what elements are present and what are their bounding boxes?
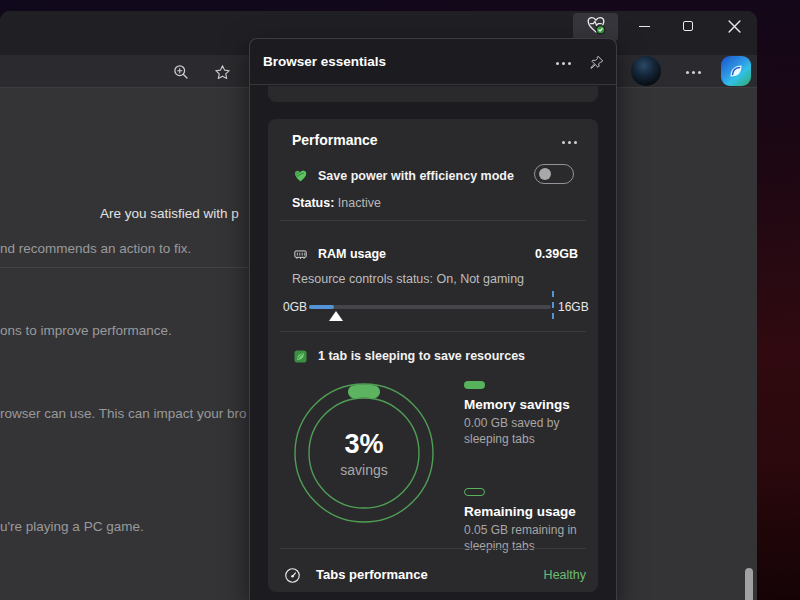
divider (280, 548, 586, 549)
magnifier-plus-icon (172, 63, 190, 81)
page-line-improve: ons to improve performance. (0, 323, 172, 338)
resource-controls-status: Resource controls status: On, Not gaming (292, 272, 524, 286)
tabs-performance-status: Healthy (544, 568, 586, 582)
remaining-usage-desc: 0.05 GB remaining in sleeping tabs (464, 522, 592, 554)
ram-usage-value: 0.39GB (535, 247, 578, 261)
more-icon (686, 71, 701, 74)
performance-more-button[interactable] (556, 130, 582, 154)
divider (280, 220, 586, 221)
ram-usage-label: RAM usage (318, 247, 386, 261)
ram-range-max: 16GB (558, 300, 589, 314)
page-line-recommends: nd recommends an action to fix. (0, 241, 191, 256)
zoom-button[interactable] (170, 61, 192, 83)
donut-center-labels: 3% savings (289, 378, 439, 528)
copilot-button[interactable] (721, 56, 751, 86)
efficiency-mode-toggle[interactable] (534, 164, 574, 184)
speedometer-icon (282, 565, 302, 585)
previous-card-partial (268, 86, 598, 102)
ram-slider-marker[interactable] (329, 311, 343, 321)
memory-savings-desc-line2: sleeping tabs (464, 432, 535, 446)
ram-range-min: 0GB (283, 300, 307, 314)
memory-savings-swatch (464, 381, 485, 389)
minimize-button[interactable] (629, 12, 659, 40)
status-value: Inactive (338, 196, 381, 210)
maximize-button[interactable] (673, 12, 703, 40)
divider (280, 331, 586, 332)
copilot-icon (721, 56, 751, 86)
performance-card: Performance Save power with efficiency m… (268, 119, 598, 592)
ram-chip-icon (292, 246, 309, 263)
minimize-icon (639, 26, 650, 27)
pin-button[interactable] (583, 50, 609, 74)
efficiency-mode-label: Save power with efficiency mode (318, 169, 514, 183)
page-line-impact: rowser can use. This can impact your bro (0, 406, 247, 421)
donut-percent: 3% (344, 429, 383, 459)
memory-savings-title: Memory savings (464, 397, 592, 412)
remaining-usage-swatch (464, 488, 485, 496)
savings-donut-chart: 3% savings (289, 378, 439, 528)
favorites-button[interactable] (211, 61, 233, 83)
memory-savings-desc-line1: 0.00 GB saved by (464, 416, 559, 430)
toggle-knob (539, 168, 551, 180)
tabs-performance-label: Tabs performance (316, 567, 428, 582)
sleeping-tabs-heading: 1 tab is sleeping to save resources (318, 349, 525, 363)
maximize-icon (683, 21, 693, 31)
close-button[interactable] (719, 12, 749, 40)
panel-more-button[interactable] (550, 51, 576, 75)
status-label: Status: (292, 196, 334, 210)
page-line-game: u're playing a PC game. (0, 519, 144, 534)
remaining-usage-title: Remaining usage (464, 504, 592, 519)
donut-legend: Memory savings 0.00 GB saved by sleeping… (464, 381, 592, 554)
browser-essentials-button[interactable] (573, 13, 618, 41)
page-scrollbar-thumb[interactable] (745, 568, 753, 600)
browser-essentials-panel: Browser essentials Performance Save powe… (249, 38, 617, 600)
performance-heading: Performance (292, 132, 378, 148)
status-line: Status: Inactive (292, 196, 381, 210)
more-icon (556, 62, 571, 65)
ram-limit-dashed-line (552, 291, 554, 319)
settings-more-button[interactable] (682, 61, 704, 83)
heart-pulse-icon (585, 14, 607, 40)
efficiency-leaf-heart-icon (292, 167, 309, 184)
pin-icon (588, 54, 605, 71)
close-icon (728, 20, 741, 33)
ram-slider-fill (309, 305, 334, 309)
more-icon (562, 141, 577, 144)
remaining-usage-desc-line2: sleeping tabs (464, 539, 535, 553)
sleeping-leaf-icon (292, 348, 309, 365)
panel-title: Browser essentials (263, 54, 386, 69)
donut-caption: savings (340, 462, 387, 478)
star-icon (213, 63, 232, 82)
ram-slider-track[interactable] (309, 305, 551, 309)
remaining-usage-desc-line1: 0.05 GB remaining in (464, 523, 577, 537)
profile-avatar[interactable] (631, 56, 661, 86)
page-line-satisfied: Are you satisfied with p (100, 206, 239, 221)
page-divider (0, 267, 250, 268)
memory-savings-desc: 0.00 GB saved by sleeping tabs (464, 415, 592, 447)
